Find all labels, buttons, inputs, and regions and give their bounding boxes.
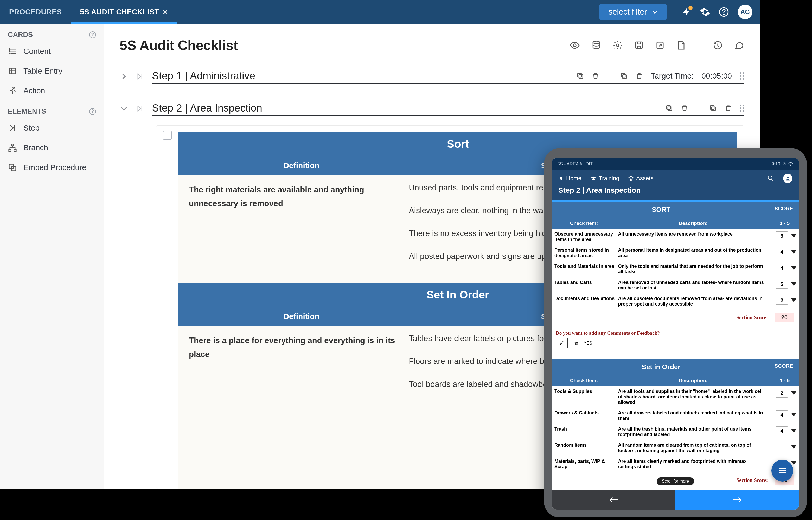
trash-icon[interactable] (592, 72, 599, 80)
separator (699, 39, 699, 51)
table-icon (8, 66, 17, 76)
skip-icon[interactable] (136, 73, 145, 81)
trash-icon[interactable] (681, 105, 688, 112)
gear-icon[interactable] (696, 3, 714, 21)
cast-icon: ⎚ (783, 161, 785, 167)
sidebar-item-branch[interactable]: Branch (0, 138, 104, 158)
help-badge-icon[interactable]: ? (89, 31, 96, 38)
tablet-menu-fab[interactable] (771, 460, 793, 482)
skip-icon[interactable] (136, 105, 145, 113)
open-external-icon[interactable] (655, 41, 665, 50)
score-input[interactable]: 2 (776, 389, 788, 397)
chevron-right-icon[interactable] (120, 72, 129, 82)
avatar[interactable]: AG (738, 5, 753, 19)
score-input[interactable]: 4 (776, 264, 788, 272)
caret-down-icon[interactable] (791, 266, 796, 270)
score-input[interactable]: 4 (776, 248, 788, 256)
tab-5s-audit[interactable]: 5S AUDIT CHECKLIST × (71, 0, 177, 24)
table-row: Drawers & CabinetsAre all drawers labele… (552, 408, 799, 424)
step-1-title: Step 1 | Administrative (152, 70, 255, 82)
trash-icon[interactable] (724, 105, 732, 112)
comment-icon[interactable] (734, 40, 744, 50)
comments-toggle[interactable]: ✓ (556, 338, 568, 348)
sidebar-heading-elements: ELEMENTS ? (0, 101, 104, 118)
svg-point-37 (768, 176, 772, 180)
table-row: Tools and Materials in areaOnly the tool… (552, 261, 799, 277)
caret-down-icon[interactable] (791, 298, 796, 302)
svg-point-19 (573, 44, 576, 47)
score-input[interactable]: 5 (776, 231, 788, 240)
score-input[interactable]: 4 (776, 426, 788, 435)
eye-icon[interactable] (569, 40, 580, 50)
caret-down-icon[interactable] (791, 391, 796, 395)
gear-outline-icon[interactable] (613, 40, 622, 50)
tablet-setinorder-rows: Tools & SuppliesAre all tools and suppli… (552, 386, 799, 472)
copy-icon[interactable] (620, 72, 628, 80)
tablet-body[interactable]: SORT SCORE: Check Item: Description: 1 -… (552, 202, 799, 490)
tablet-preview: 5S - AREA AUDIT 9:10 ⎚ Home Training (544, 148, 807, 517)
branch-icon (8, 143, 17, 152)
page-toolbar (569, 39, 744, 51)
svg-rect-29 (621, 73, 625, 77)
tablet-sort-columns: Check Item: Description: 1 - 5 (552, 218, 799, 229)
copy-icon[interactable] (576, 72, 584, 80)
pdf-icon[interactable] (676, 41, 686, 50)
score-input[interactable]: 4 (776, 410, 788, 419)
sidebar-item-embed-procedure[interactable]: Embed Procedure (0, 158, 104, 177)
svg-point-1 (723, 14, 724, 15)
sidebar-item-table-entry[interactable]: Table Entry (0, 61, 104, 81)
target-time-label: Target Time: (651, 72, 694, 80)
svg-rect-16 (14, 150, 17, 151)
drag-handle-icon[interactable] (740, 72, 744, 80)
select-filter-dropdown[interactable]: select filter (599, 4, 667, 20)
copy-icon[interactable] (709, 104, 717, 112)
history-icon[interactable] (713, 40, 723, 50)
bolt-icon[interactable] (677, 3, 696, 21)
caret-down-icon[interactable] (791, 282, 796, 286)
score-input[interactable]: 5 (776, 280, 788, 289)
score-input[interactable]: 2 (776, 296, 788, 305)
tablet-nav-home[interactable]: Home (558, 175, 582, 182)
scroll-hint-pill: Scroll for more (657, 477, 694, 485)
sidebar-item-content[interactable]: Content (0, 41, 104, 61)
svg-point-6 (9, 53, 10, 54)
step-1-actions: Target Time: 00:05:00 (576, 72, 744, 80)
sidebar-item-label: Embed Procedure (23, 163, 87, 172)
chevron-down-icon[interactable] (120, 105, 129, 114)
score-input[interactable] (776, 443, 788, 451)
tablet-back-button[interactable] (552, 490, 675, 510)
close-icon[interactable]: × (163, 8, 168, 16)
tab-procedures[interactable]: PROCEDURES (0, 0, 71, 24)
search-icon[interactable] (767, 175, 774, 182)
sidebar-item-label: Branch (23, 143, 48, 152)
tab-label: PROCEDURES (9, 8, 62, 16)
help-badge-icon[interactable]: ? (89, 108, 96, 115)
copy-icon[interactable] (665, 104, 673, 112)
toggle-yes-label: YES (584, 341, 592, 345)
sidebar-item-step[interactable]: Step (0, 118, 104, 138)
svg-rect-27 (577, 73, 582, 77)
database-icon[interactable] (591, 40, 601, 50)
help-icon[interactable] (714, 3, 733, 21)
caret-down-icon[interactable] (791, 429, 796, 433)
tablet-sort-section-score: Section Score: 20 (552, 309, 799, 328)
user-icon[interactable] (783, 174, 792, 183)
caret-down-icon[interactable] (791, 234, 796, 238)
save-icon[interactable] (634, 40, 644, 50)
svg-rect-26 (579, 75, 583, 79)
caret-down-icon[interactable] (791, 250, 796, 254)
caret-down-icon[interactable] (791, 445, 796, 449)
tablet-next-button[interactable] (675, 490, 799, 510)
caret-down-icon[interactable] (791, 413, 796, 417)
sidebar-item-action[interactable]: Action (0, 81, 104, 101)
svg-point-4 (9, 51, 10, 52)
trash-icon[interactable] (636, 72, 643, 80)
caret-down-icon[interactable] (791, 461, 796, 465)
svg-rect-33 (667, 106, 670, 109)
drag-handle-icon[interactable] (740, 105, 744, 112)
svg-rect-8 (9, 68, 16, 74)
tablet-nav-training[interactable]: Training (591, 175, 619, 182)
running-icon (8, 86, 17, 96)
tablet-nav-assets[interactable]: Assets (628, 175, 653, 182)
svg-point-2 (9, 49, 10, 50)
